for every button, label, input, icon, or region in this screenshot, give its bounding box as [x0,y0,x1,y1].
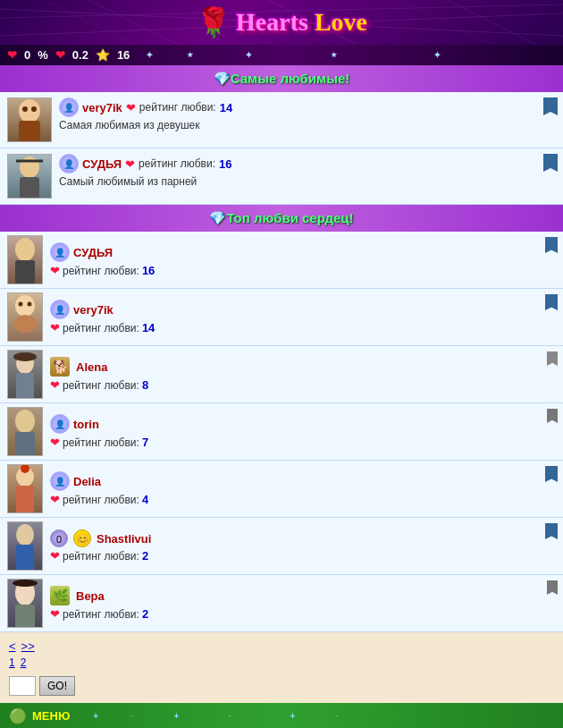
top-name-line-6: 0 😊 Shastlivui [50,529,556,547]
top-heart-4: ❤ [50,436,60,449]
top-avatar-7 [7,579,43,628]
top-content-2: 👤 very7ik ❤ рейтинг любви: 14 [50,300,556,334]
top-item-7: 🌿 Вера ❤ рейтинг любви: 2 [0,575,563,632]
svg-point-8 [19,99,40,123]
page-next[interactable]: >> [21,639,35,653]
page-nav: < >> [9,639,554,653]
top-rating-label-7: рейтинг любви: [63,608,139,621]
top-rating-line-1: ❤ рейтинг любви: 16 [50,264,556,277]
status-heart-icon2: ❤ [55,48,65,62]
page-numbers: 1 2 [9,656,554,669]
bottom-menu: 🟢 МЕНЮ + · + · + · ⭐ Топ + ✦ + ℹ Инфо + … [0,703,563,728]
top-name-line-2: 👤 very7ik [50,300,556,319]
status-zero: 0 [24,48,30,62]
top-item-5: 👤 Delia ❤ рейтинг любви: 4 [0,461,563,518]
top-badge-smiley-6: 😊 [73,529,91,547]
favorites-title: 💎Самые любимые! [214,71,350,86]
status-score1: 0.2 [72,48,88,62]
svg-rect-16 [15,260,35,284]
menu-header-icon: 🟢 [9,707,27,724]
top-name-line-5: 👤 Delia [50,471,556,491]
fav-heart-2: ❤ [125,157,135,171]
pagination-section: < >> 1 2 GO! [0,632,563,703]
top-rating-val-7: 2 [142,607,148,621]
fav-rating-label-2: рейтинг любви: [139,157,215,170]
favorites-header: 💎Самые любимые! [0,65,563,92]
svg-rect-32 [15,605,35,628]
goto-input[interactable] [9,676,36,696]
top-rating-label-1: рейтинг любви: [63,265,139,277]
top-name-line-4: 👤 torin [50,414,556,434]
top-username-6[interactable]: Shastlivui [97,532,151,546]
svg-point-15 [15,238,35,261]
top-heart-5: ❤ [50,493,60,506]
fav-item-1: 👤 very7ik ❤ рейтинг любви: 14 Самая люби… [0,92,563,148]
top-username-3[interactable]: Alena [76,360,107,374]
menu-header-label: МЕНЮ [32,709,70,723]
top-section: 👤 СУДЬЯ ❤ рейтинг любви: 16 [0,232,563,632]
svg-rect-25 [15,432,35,456]
top-username-5[interactable]: Delia [73,475,101,488]
favorites-section: 👤 very7ik ❤ рейтинг любви: 14 Самая люби… [0,92,563,205]
user-badge-2: 👤 [59,154,79,174]
top-name-line-7: 🌿 Вера [50,586,556,605]
top-rating-label-3: рейтинг любви: [63,379,139,392]
top-rating-val-6: 2 [142,549,148,563]
top-username-2[interactable]: very7ik [73,303,113,317]
top-content-6: 0 😊 Shastlivui ❤ рейтинг любви: 2 [50,529,556,563]
top-username-4[interactable]: torin [73,418,99,431]
fav-username-1[interactable]: very7ik [82,101,122,114]
top-rating-label-2: рейтинг любви: [63,322,139,334]
top-rating-val-5: 4 [142,493,148,506]
top-username-7[interactable]: Вера [76,589,105,603]
svg-point-24 [15,410,35,433]
status-score2: 16 [117,48,130,62]
top-item-3: 🐕 Alena ❤ рейтинг любви: 8 [0,346,563,403]
header-title: Hearts Love [236,8,367,37]
top-item-6: 0 😊 Shastlivui ❤ рейтинг любви: 2 [0,518,563,575]
top-badge-4: 👤 [50,414,70,434]
fav-rating-label-1: рейтинг любви: [139,101,216,114]
status-heart-icon: ❤ [7,48,17,62]
fav-name-line-1: 👤 very7ik ❤ рейтинг любви: 14 [59,97,556,117]
svg-point-11 [31,106,37,112]
top-avatar-6 [7,521,43,571]
goto-button[interactable]: GO! [39,676,75,696]
top-badge-2: 👤 [50,300,70,319]
top-avatar-2 [7,292,43,342]
top-badge-zero-6: 0 [50,529,68,547]
svg-point-20 [28,302,32,307]
top-avatar-1 [7,235,43,284]
svg-point-29 [16,524,34,546]
svg-point-17 [15,295,35,317]
top-rating-line-4: ❤ рейтинг любви: 7 [50,436,556,449]
fav-heart-1: ❤ [126,101,136,114]
top-username-1[interactable]: СУДЬЯ [73,246,113,259]
fav-username-2[interactable]: СУДЬЯ [82,157,122,171]
page-prev[interactable]: < [9,639,16,653]
top-rating-line-5: ❤ рейтинг любви: 4 [50,493,556,506]
top-title: 💎Топ любви сердец! [209,210,353,225]
top-item-1: 👤 СУДЬЯ ❤ рейтинг любви: 16 [0,232,563,289]
top-content-5: 👤 Delia ❤ рейтинг любви: 4 [50,471,556,506]
top-name-line-3: 🐕 Alena [50,357,556,377]
top-rating-label-5: рейтинг любви: [63,494,139,506]
top-avatar-3 [7,350,43,399]
top-avatar-5 [7,464,43,513]
top-rating-val-1: 16 [142,264,155,277]
top-rating-line-3: ❤ рейтинг любви: 8 [50,378,556,392]
svg-rect-27 [16,486,34,513]
header: 🌹 Hearts Love [0,0,563,45]
top-badge-7: 🌿 [50,586,70,605]
page-2[interactable]: 2 [21,656,27,669]
top-section-header: 💎Топ любви сердец! [0,205,563,232]
top-item-2: 👤 very7ik ❤ рейтинг любви: 14 [0,289,563,346]
menu-header: 🟢 МЕНЮ + · + · + · [0,703,563,728]
top-content-7: 🌿 Вера ❤ рейтинг любви: 2 [50,586,556,621]
page-1[interactable]: 1 [9,656,15,669]
svg-rect-9 [19,121,40,142]
svg-line-3 [89,0,179,45]
top-content-1: 👤 СУДЬЯ ❤ рейтинг любви: 16 [50,242,556,277]
fav-rating-value-1: 14 [220,101,232,114]
top-rating-label-6: рейтинг любви: [63,550,139,563]
